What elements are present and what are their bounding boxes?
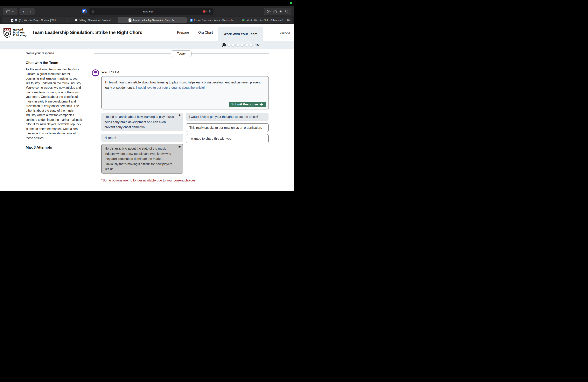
- asterisk-icon: *: [178, 145, 181, 151]
- tab-label: Meet - Website Status / Kanban R...: [247, 19, 285, 21]
- svg-text:31: 31: [190, 20, 192, 21]
- sidebar-toggle-button[interactable]: [3, 8, 18, 15]
- chevron-down-icon: [12, 11, 14, 12]
- payload-favicon: [75, 19, 77, 21]
- google-meet-favicon: [242, 19, 245, 21]
- tab-meet-website-status[interactable]: Meet - Website Status / Kanban R...: [240, 17, 292, 23]
- options-column-right: I would love to get your thoughts about …: [186, 113, 269, 145]
- share-button[interactable]: [273, 10, 276, 13]
- option-chip[interactable]: I found an article about how learning to…: [101, 113, 183, 131]
- max-attempts-label: Max 3 Attempts: [26, 145, 83, 150]
- user-avatar-icon: [92, 69, 99, 77]
- progress-strip: 1/7: [0, 41, 294, 49]
- forward-button[interactable]: ›: [27, 8, 34, 15]
- options-warning-text: *Some options are no longer available du…: [101, 179, 196, 182]
- progress-step-6: [245, 44, 248, 47]
- progress-step-4: [236, 44, 239, 47]
- nav-work-with-your-team[interactable]: Work With Your Team: [218, 27, 263, 41]
- main-content: create your response. Chat with the Team…: [0, 49, 294, 191]
- hbp-logo-text: Harvard Business Publishing: [13, 28, 26, 38]
- macos-menubar: [0, 0, 294, 6]
- message-author-line: You1:09 PM: [101, 70, 119, 74]
- page-title: Team Leadership Simulation: Strike the R…: [32, 24, 143, 41]
- tab-forio-calendar[interactable]: 31 Forio - Calendar - Week of November..…: [187, 17, 240, 23]
- browser-toolbar: ‹ › forio.com ↻ +: [0, 6, 294, 17]
- option-chip[interactable]: This really speaks to our mission as an …: [186, 123, 269, 132]
- app-header: Harvard Business Publishing Team Leaders…: [0, 24, 294, 41]
- progress-step-7: [250, 44, 252, 47]
- message-text-highlight: I would love to get your thoughts about …: [136, 86, 205, 89]
- progress-step-1: [222, 43, 226, 47]
- progress-stepper: 1/7: [222, 41, 260, 49]
- tab-label: Forio - Calendar - Week of November...: [194, 19, 236, 21]
- date-pill: Today: [171, 50, 191, 57]
- options-column-left: I found an article about how learning to…: [101, 113, 183, 176]
- option-text: I wanted to share this with you.: [189, 137, 232, 140]
- tab-label: Team Leadership Simulation: Strike th...: [133, 19, 176, 21]
- option-text: Hi team!: [105, 136, 116, 139]
- option-chip[interactable]: I would love to get your thoughts about …: [186, 113, 269, 121]
- option-text: This really speaks to our mission as an …: [189, 126, 262, 129]
- submit-label: Submit Response: [231, 103, 258, 106]
- safari-window: ‹ › forio.com ↻ +: [0, 0, 294, 191]
- tab-label: (9+) Website Pages Content | Web...: [19, 19, 58, 21]
- back-button[interactable]: ‹: [21, 8, 27, 15]
- notion-favicon: N: [11, 19, 13, 21]
- history-nav-buttons: ‹ ›: [20, 8, 35, 15]
- url-bar[interactable]: forio.com ↻: [89, 8, 213, 15]
- toolbar-right-cluster: +: [264, 8, 291, 15]
- downloads-button[interactable]: [267, 10, 271, 13]
- tab-editing-simulation-payload[interactable]: Editing - Simulation - Payload: [67, 17, 118, 23]
- asterisk-icon: *: [179, 113, 181, 119]
- author-name: You: [101, 70, 107, 74]
- option-text: Here's an article about the state of the…: [105, 147, 172, 171]
- progress-step-3: [232, 44, 235, 47]
- sidebar-body-text: As the marketing team lead for Top Pick …: [26, 67, 83, 140]
- nav-prepare[interactable]: Prepare: [175, 24, 191, 41]
- progress-step-5: [241, 44, 244, 47]
- forio-favicon: [128, 19, 131, 22]
- tab-website-pages-content[interactable]: N (9+) Website Pages Content | Web...: [2, 17, 67, 23]
- tab-bar: N (9+) Website Pages Content | Web... Ed…: [0, 17, 294, 24]
- globe-favicon: [15, 19, 18, 21]
- option-text: I would love to get your thoughts about …: [189, 115, 258, 118]
- svg-text:N: N: [11, 19, 13, 21]
- hbp-shield-icon: [3, 28, 11, 38]
- tab-team-leadership-simulation[interactable]: Team Leadership Simulation: Strike th...: [118, 17, 187, 23]
- submit-response-button[interactable]: Submit Response: [229, 102, 266, 107]
- nav-org-chart[interactable]: Org Chart: [195, 24, 216, 41]
- sidebar-intro-fragment: create your response.: [26, 51, 83, 56]
- option-chip[interactable]: I wanted to share this with you.: [186, 134, 269, 143]
- url-text: forio.com: [94, 10, 203, 13]
- new-tab-button[interactable]: +: [279, 10, 282, 13]
- harvard-business-publishing-logo: Harvard Business Publishing: [3, 28, 26, 38]
- logout-link[interactable]: Log Out: [278, 24, 291, 41]
- reload-button[interactable]: ↻: [209, 10, 211, 13]
- sidebar-heading: Chat with the Team: [26, 60, 83, 65]
- submit-arrow-icon: [260, 103, 263, 106]
- tab-camera-indicator-icon: [287, 19, 290, 21]
- recording-indicator-dot: [290, 2, 292, 4]
- camera-active-icon[interactable]: [203, 10, 207, 13]
- password-extension-icon[interactable]: [82, 8, 87, 14]
- google-calendar-favicon: 31: [190, 19, 193, 21]
- progress-label: 1/7: [255, 43, 260, 47]
- tab-label: Editing - Simulation - Payload: [79, 19, 111, 21]
- message-time: 1:09 PM: [108, 71, 119, 74]
- instructions-sidebar: create your response. Chat with the Team…: [26, 49, 83, 150]
- sidebar-icon: [6, 10, 10, 13]
- option-text: I found an article about how learning to…: [105, 115, 174, 129]
- tab-overview-button[interactable]: [284, 10, 288, 13]
- option-chip-disabled[interactable]: Here's an article about the state of the…: [101, 144, 183, 173]
- reader-icon[interactable]: [91, 10, 94, 13]
- option-chip[interactable]: Hi team!: [101, 134, 183, 142]
- progress-step-2: [227, 44, 230, 47]
- response-message-box[interactable]: Hi team! I found an article about how le…: [101, 76, 269, 109]
